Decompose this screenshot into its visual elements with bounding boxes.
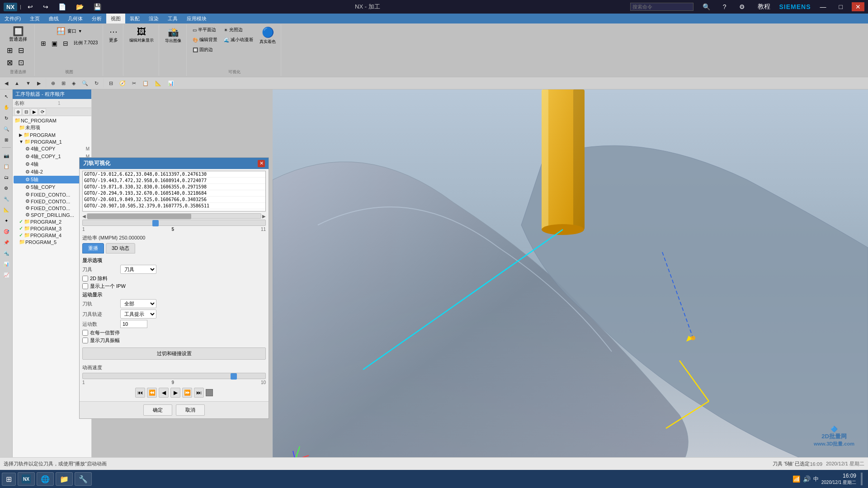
position-slider[interactable] [82, 220, 266, 226]
goto-list[interactable]: GOTO/-19.012,6.622,33.048,0.1613397,0.24… [82, 171, 266, 211]
measure-btn[interactable]: 📐 [152, 79, 164, 88]
strip-op2[interactable]: 🔧 [1, 194, 11, 204]
rotate-btn[interactable]: ↻ [92, 79, 101, 88]
export-image-btn[interactable]: 📸 导出图像 [163, 25, 184, 45]
select-filter[interactable]: ⊞ [59, 79, 68, 88]
strip-op5[interactable]: 🎯 [1, 226, 11, 236]
check-pause-input[interactable] [82, 330, 88, 336]
tree-program[interactable]: ▶ 📁 PROGRAM [14, 131, 90, 138]
ribbon-tab-view[interactable]: 视图 [106, 14, 125, 23]
view-scale[interactable]: 比例 7.7023 [71, 38, 100, 48]
view3d[interactable]: ◈ [69, 79, 78, 88]
frame-btn[interactable]: ⊟ [106, 79, 116, 88]
taskbar-chrome-btn[interactable]: 🌐 [37, 472, 54, 486]
search-btn[interactable]: 🔍 [699, 2, 714, 11]
toolpath-select[interactable]: 工具提示 [120, 310, 156, 319]
tray-show-desktop[interactable] [861, 473, 863, 485]
ribbon-tab-modules[interactable]: 应用模块 [182, 14, 211, 23]
undo-btn[interactable]: ↩ [24, 2, 37, 11]
tb-arrow-up[interactable]: ▲ [12, 79, 22, 87]
ok-btn[interactable]: 确定 [143, 404, 172, 416]
normal-select-btn[interactable]: 🔲 普通选择 [7, 25, 29, 44]
taskbar-folder-btn[interactable]: 📁 [56, 472, 73, 486]
strip-rotate[interactable]: ↻ [1, 113, 11, 123]
step-fwd-btn[interactable]: ⏩ [182, 388, 192, 398]
motion-count-input[interactable] [120, 320, 147, 328]
realistic-color-btn[interactable]: 🔵 真实着色 [257, 25, 278, 46]
close-btn[interactable]: ✕ [852, 2, 864, 11]
help-text[interactable]: 教程 [754, 2, 774, 12]
half-plane-btn[interactable]: ▭ 半平面边 [190, 25, 220, 34]
anim-speed-slider[interactable] [82, 373, 266, 379]
ribbon-tab-tools[interactable]: 工具 [163, 14, 182, 23]
window-btn[interactable]: 🪟 窗口 ▼ [54, 25, 85, 37]
path-select[interactable]: 全部 [120, 299, 156, 308]
tab-3d-dynamic[interactable]: 3D 动态 [106, 243, 135, 253]
view-opt3[interactable]: ⊟ [61, 38, 71, 48]
layout-btn3[interactable]: ⊠ [5, 57, 15, 68]
layout-btn1[interactable]: ⊞ [5, 45, 15, 56]
stop-btn[interactable] [206, 389, 213, 396]
scroll-left-btn[interactable]: ◀ [82, 214, 86, 219]
orient-btn[interactable]: 🧭 [117, 79, 128, 88]
strip-op8[interactable]: 📊 [1, 259, 11, 269]
ribbon-tab-curve[interactable]: 曲线 [44, 14, 63, 23]
goto-hscroll[interactable] [87, 213, 261, 219]
search-input[interactable] [630, 3, 693, 11]
strip-select[interactable]: ↖ [1, 91, 11, 101]
strip-op7[interactable]: 🔩 [1, 248, 11, 258]
save-btn[interactable]: 💾 [90, 2, 105, 11]
tray-sound-icon[interactable]: 🔊 [803, 475, 811, 483]
strip-op4[interactable]: ✦ [1, 216, 11, 225]
settings-icon[interactable]: ⚙ [736, 2, 749, 11]
tb-arrow-down[interactable]: ▼ [23, 79, 33, 87]
tb-arrow-left[interactable]: ◀ [2, 79, 11, 88]
step-back-btn[interactable]: ⏪ [147, 388, 157, 398]
strip-op6[interactable]: 📌 [1, 237, 11, 247]
dialog-close-btn[interactable]: ✕ [258, 160, 265, 167]
more-btn[interactable]: ⋯ 更多 [107, 25, 120, 45]
taskbar-app4-btn[interactable]: 🔧 [75, 472, 92, 486]
tree-program1[interactable]: ▼ 📁 PROGRAM_1 [14, 138, 90, 145]
sidebar-tb3[interactable]: ▶ [31, 108, 38, 115]
ribbon-tab-analyze[interactable]: 分析 [87, 14, 106, 23]
view-opt1[interactable]: ⊞ [38, 38, 48, 48]
help-btn[interactable]: ? [719, 2, 730, 11]
layout-btn4[interactable]: ⊡ [16, 57, 26, 68]
strip-op9[interactable]: 📈 [1, 270, 11, 280]
light-edge-btn[interactable]: ☀ 光照边 [222, 25, 255, 34]
forward-btn[interactable]: ▶ [170, 388, 180, 398]
layout-btn2[interactable]: ⊟ [16, 45, 26, 56]
3d-viewport[interactable]: 🔷 2D批量网 www.3D批量.com [273, 89, 868, 483]
sidebar-tb2[interactable]: ⊟ [23, 108, 30, 115]
strip-op3[interactable]: 📐 [1, 205, 11, 215]
layer-btn[interactable]: 📋 [140, 79, 151, 88]
tray-datetime[interactable]: 16:09 2020/12/1 星期二 [821, 473, 856, 486]
tray-network-icon[interactable]: 📶 [793, 475, 800, 483]
fwd-end-btn[interactable]: ⏭ [194, 388, 204, 398]
start-btn[interactable]: ⊞ [2, 473, 16, 486]
view-opt2[interactable]: ▣ [49, 38, 60, 48]
strip-view1[interactable]: 📷 [1, 150, 11, 160]
taskbar-nx-btn[interactable]: NX [18, 472, 35, 486]
strip-zoom[interactable]: 🔍 [1, 124, 11, 134]
tool-select[interactable]: 刀具 [120, 265, 156, 274]
strip-op1[interactable]: ⚙ [1, 183, 11, 193]
strip-fit[interactable]: ⊞ [1, 135, 11, 145]
check-showtool-input[interactable] [82, 338, 88, 343]
scroll-right-btn[interactable]: ▶ [262, 214, 266, 219]
tb-arrow-right[interactable]: ▶ [34, 79, 43, 88]
zoom-btn[interactable]: 🔍 [79, 79, 91, 88]
strip-move[interactable]: ✋ [1, 102, 11, 112]
strip-nav[interactable]: 🗂 [1, 172, 11, 182]
reduce-anim-btn[interactable]: 🌊 减小动漫渐 [222, 35, 255, 44]
check-2d-input[interactable] [82, 276, 88, 282]
back-btn[interactable]: ◀ [159, 388, 169, 398]
check-ipw-input[interactable] [82, 283, 88, 289]
cancel-btn[interactable]: 取消 [176, 404, 205, 416]
tree-nc-program[interactable]: 📁 NC_PROGRAM [14, 117, 90, 124]
cut-collision-btn[interactable]: 过切和碰撞设置 [82, 347, 266, 360]
rewind-btn[interactable]: ⏮ [135, 388, 145, 398]
nx-logo-btn[interactable]: NX [4, 3, 17, 11]
ribbon-tab-home[interactable]: 主页 [25, 14, 44, 23]
